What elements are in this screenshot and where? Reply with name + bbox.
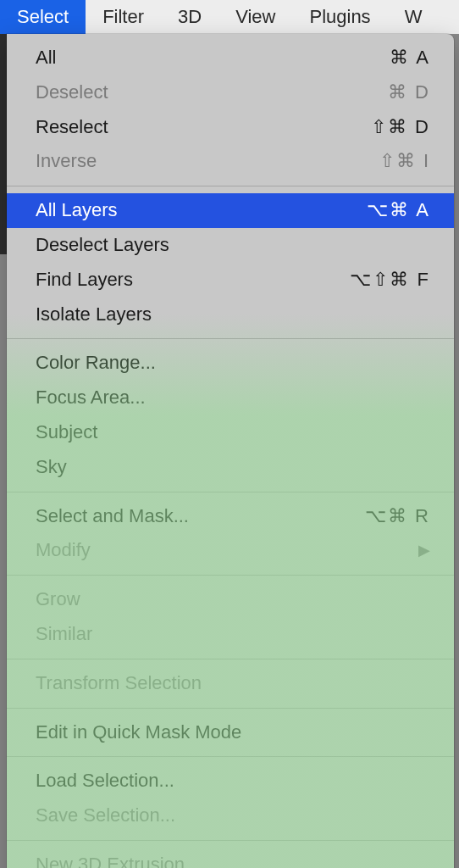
menu-item-label: Focus Area...	[36, 385, 146, 411]
menu-item-label: Similar	[36, 621, 92, 648]
menu-item-subject[interactable]: Subject	[7, 415, 454, 450]
menu-item-reselect[interactable]: Reselect ⇧⌘ D	[7, 110, 454, 145]
menu-separator	[7, 708, 454, 709]
menu-item-label: Modify	[36, 537, 91, 564]
menu-separator	[7, 840, 454, 841]
menu-item-deselect-layers[interactable]: Deselect Layers	[7, 228, 454, 263]
menubar-item-3d[interactable]: 3D	[161, 0, 218, 34]
menu-item-label: Isolate Layers	[36, 302, 152, 328]
menu-item-save-selection: Save Selection...	[7, 798, 454, 833]
menu-item-quick-mask[interactable]: Edit in Quick Mask Mode	[7, 715, 454, 750]
menu-item-transform-selection: Transform Selection	[7, 666, 454, 701]
menubar-item-select[interactable]: Select	[0, 0, 86, 34]
menu-item-label: Save Selection...	[36, 803, 175, 829]
menu-item-label: Edit in Quick Mask Mode	[36, 720, 241, 746]
canvas-edge	[0, 34, 7, 254]
menu-item-shortcut: ⇧⌘ I	[379, 148, 430, 175]
menu-item-shortcut: ⌥⌘ R	[365, 504, 430, 530]
menu-item-label: Deselect	[36, 80, 108, 106]
menu-item-all[interactable]: All ⌘ A	[7, 41, 454, 75]
menu-item-grow: Grow	[7, 582, 454, 617]
menu-item-label: Inverse	[36, 148, 97, 175]
menu-item-all-layers[interactable]: All Layers ⌥⌘ A	[7, 193, 454, 228]
menu-item-select-and-mask[interactable]: Select and Mask... ⌥⌘ R	[7, 499, 454, 534]
menu-item-label: Load Selection...	[36, 768, 174, 794]
menu-item-label: All	[36, 45, 56, 71]
menubar-item-plugins[interactable]: Plugins	[292, 0, 387, 34]
menu-item-label: Transform Selection	[36, 670, 202, 697]
menu-item-label: Sky	[36, 454, 67, 481]
menu-separator	[7, 338, 454, 339]
menu-item-shortcut: ⌥⇧⌘ F	[350, 267, 430, 293]
menu-separator	[7, 756, 454, 757]
menu-separator	[7, 492, 454, 492]
select-menu-dropdown: All ⌘ A Deselect ⌘ D Reselect ⇧⌘ D Inver…	[7, 34, 454, 868]
menubar-item-partial[interactable]: W	[388, 0, 440, 34]
menu-item-focus-area[interactable]: Focus Area...	[7, 381, 454, 415]
menu-item-similar: Similar	[7, 617, 454, 652]
menu-separator	[7, 659, 454, 659]
menu-item-shortcut: ⌥⌘ A	[367, 198, 430, 224]
menu-item-find-layers[interactable]: Find Layers ⌥⇧⌘ F	[7, 263, 454, 298]
menu-item-label: Deselect Layers	[36, 232, 169, 259]
menu-item-shortcut: ⌘ D	[388, 80, 430, 106]
menu-item-modify: Modify ▶	[7, 533, 454, 568]
menu-item-shortcut: ⇧⌘ D	[371, 114, 430, 141]
menu-item-label: Reselect	[36, 114, 108, 141]
menu-item-label: All Layers	[36, 198, 118, 224]
menu-item-label: Grow	[36, 587, 80, 613]
menubar-item-filter[interactable]: Filter	[86, 0, 161, 34]
menu-item-label: Subject	[36, 420, 97, 446]
menu-item-sky[interactable]: Sky	[7, 450, 454, 485]
submenu-arrow-icon: ▶	[418, 540, 430, 561]
menu-separator	[7, 575, 454, 576]
menubar: Select Filter 3D View Plugins W	[0, 0, 459, 34]
menu-item-label: Find Layers	[36, 267, 133, 293]
menu-item-new-3d-extrusion: New 3D Extrusion	[7, 848, 454, 868]
menu-separator	[7, 186, 454, 186]
menu-item-load-selection[interactable]: Load Selection...	[7, 764, 454, 798]
menu-item-isolate-layers[interactable]: Isolate Layers	[7, 298, 454, 332]
menubar-item-view[interactable]: View	[218, 0, 292, 34]
menu-item-inverse: Inverse ⇧⌘ I	[7, 144, 454, 179]
menu-item-label: Color Range...	[36, 350, 156, 376]
menu-item-color-range[interactable]: Color Range...	[7, 346, 454, 381]
menu-item-shortcut: ⌘ A	[390, 45, 430, 71]
menu-item-label: Select and Mask...	[36, 504, 189, 530]
menu-item-deselect: Deselect ⌘ D	[7, 75, 454, 110]
menu-item-label: New 3D Extrusion	[36, 852, 185, 868]
